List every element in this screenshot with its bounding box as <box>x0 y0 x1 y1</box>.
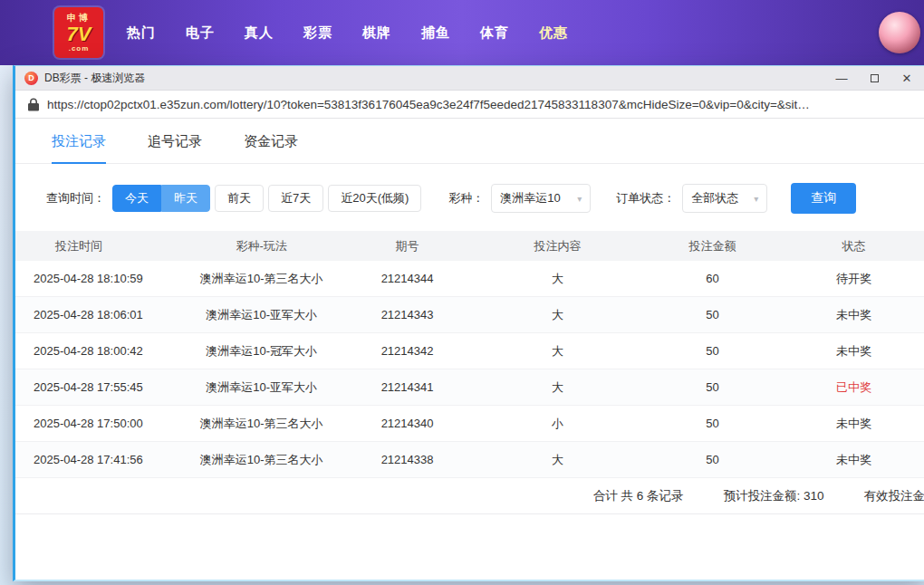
maximize-icon[interactable] <box>858 68 890 89</box>
cell-status: 未中奖 <box>781 452 924 468</box>
cell-game: 澳洲幸运10-第三名大小 <box>179 452 343 468</box>
col-header-issue: 期号 <box>343 238 471 254</box>
table-row: 2025-04-28 18:10:59 澳洲幸运10-第三名大小 2121434… <box>15 261 924 297</box>
table-row: 2025-04-28 17:50:00 澳洲幸运10-第三名大小 2121434… <box>15 406 924 442</box>
url-text: https://ctop02pctx01.e35zun.com/lottery/… <box>47 98 810 111</box>
cell-amount: 50 <box>644 417 781 430</box>
record-tabs: 投注记录 追号记录 资金记录 <box>15 119 924 164</box>
address-bar[interactable]: https://ctop02pctx01.e35zun.com/lottery/… <box>15 91 924 119</box>
status-filter-label: 订单状态： <box>616 190 675 206</box>
summary-expected: 预计投注金额: 310 <box>723 488 823 504</box>
nav-item-sports[interactable]: 体育 <box>480 24 509 42</box>
cell-game: 澳洲幸运10-第三名大小 <box>179 271 343 287</box>
col-header-amount: 投注金额 <box>644 238 781 254</box>
nav-item-fishing[interactable]: 捕鱼 <box>421 24 450 42</box>
brand-logo[interactable]: 申博 7V .com <box>54 7 103 58</box>
cell-issue: 21214344 <box>343 272 471 285</box>
table-row: 2025-04-28 18:06:01 澳洲幸运10-亚军大小 21214343… <box>15 297 924 333</box>
cell-content: 大 <box>471 271 644 287</box>
nav-item-live[interactable]: 真人 <box>245 24 274 42</box>
chevron-down-icon: ▾ <box>577 194 582 204</box>
cell-issue: 21214343 <box>343 308 471 321</box>
cell-time: 2025-04-28 17:41:56 <box>15 453 179 466</box>
browser-window: D DB彩票 - 极速浏览器 — ✕ https://ctop02pctx01.… <box>13 65 924 581</box>
cell-issue: 21214341 <box>343 380 471 394</box>
brand-logo-com: .com <box>69 45 90 53</box>
cell-amount: 50 <box>644 453 781 466</box>
close-icon[interactable]: ✕ <box>890 68 923 89</box>
nav-item-cards[interactable]: 棋牌 <box>362 24 391 42</box>
cell-time: 2025-04-28 18:00:42 <box>15 344 179 358</box>
lottery-filter-label: 彩种： <box>448 190 484 206</box>
filter-bar: 查询时间： 今天 昨天 前天 近7天 近20天(低频) 彩种： 澳洲幸运10 ▾… <box>15 164 924 231</box>
col-header-content: 投注内容 <box>471 238 644 254</box>
brand-logo-cn: 申博 <box>67 14 91 23</box>
search-button[interactable]: 查询 <box>791 183 856 214</box>
cell-status: 待开奖 <box>781 271 924 287</box>
cell-game: 澳洲幸运10-冠军大小 <box>179 343 343 360</box>
time-filter-20days[interactable]: 近20天(低频) <box>328 185 421 212</box>
time-filter-label: 查询时间： <box>46 190 105 206</box>
cell-issue: 21214342 <box>343 344 471 358</box>
summary-valid: 有效投注金 <box>864 488 924 504</box>
time-filter-7days[interactable]: 近7天 <box>268 185 323 212</box>
cell-game: 澳洲幸运10-亚军大小 <box>179 307 343 323</box>
cell-game: 澳洲幸运10-第三名大小 <box>179 416 343 432</box>
cell-content: 大 <box>471 343 644 360</box>
cell-game: 澳洲幸运10-亚军大小 <box>179 379 343 396</box>
summary-total: 合计 共 6 条记录 <box>593 488 684 504</box>
cell-content: 小 <box>471 416 644 432</box>
cell-amount: 50 <box>644 380 781 394</box>
tab-chase-records[interactable]: 追号记录 <box>148 133 202 163</box>
cell-time: 2025-04-28 18:06:01 <box>15 308 179 321</box>
col-header-time: 投注时间 <box>15 238 179 254</box>
bet-records-table: 投注时间 彩种-玩法 期号 投注内容 投注金额 状态 2025-04-28 18… <box>15 231 924 514</box>
nav-item-slots[interactable]: 电子 <box>186 24 215 42</box>
time-filter-yesterday[interactable]: 昨天 <box>161 185 210 212</box>
tab-fund-records[interactable]: 资金记录 <box>244 133 298 163</box>
cell-status: 未中奖 <box>781 343 924 360</box>
minimize-icon[interactable]: — <box>825 68 858 89</box>
lottery-select[interactable]: 澳洲幸运10 ▾ <box>491 184 591 213</box>
user-avatar[interactable] <box>879 12 920 53</box>
time-filter-daybefore[interactable]: 前天 <box>215 185 264 212</box>
table-body: 2025-04-28 18:10:59 澳洲幸运10-第三名大小 2121434… <box>15 261 924 478</box>
time-filter-today[interactable]: 今天 <box>112 185 161 212</box>
lottery-select-value: 澳洲幸运10 <box>500 190 560 206</box>
table-row: 2025-04-28 17:41:56 澳洲幸运10-第三名大小 2121433… <box>15 442 924 478</box>
window-title-bar: D DB彩票 - 极速浏览器 — ✕ <box>15 66 924 91</box>
brand-logo-main: 7V <box>67 24 91 44</box>
tab-bet-records[interactable]: 投注记录 <box>52 133 106 164</box>
table-summary-row: 合计 共 6 条记录 预计投注金额: 310 有效投注金 <box>15 478 924 514</box>
table-header-row: 投注时间 彩种-玩法 期号 投注内容 投注金额 状态 <box>15 231 924 261</box>
cell-amount: 60 <box>644 272 781 285</box>
order-status-select[interactable]: 全部状态 ▾ <box>682 184 767 213</box>
nav-item-promo[interactable]: 优惠 <box>539 24 568 42</box>
col-header-status: 状态 <box>781 238 924 254</box>
table-row: 2025-04-28 18:00:42 澳洲幸运10-冠军大小 21214342… <box>15 333 924 369</box>
nav-item-lottery[interactable]: 彩票 <box>303 24 332 42</box>
browser-app-icon: D <box>24 72 38 85</box>
site-top-nav: 申博 7V .com 热门 电子 真人 彩票 棋牌 捕鱼 体育 优惠 <box>0 0 924 65</box>
window-title: DB彩票 - 极速浏览器 <box>44 71 145 86</box>
cell-content: 大 <box>471 452 644 468</box>
col-header-game: 彩种-玩法 <box>179 238 343 254</box>
cell-time: 2025-04-28 17:50:00 <box>15 417 179 430</box>
cell-amount: 50 <box>644 308 781 321</box>
nav-item-hot[interactable]: 热门 <box>127 24 156 42</box>
lock-icon[interactable] <box>28 98 39 111</box>
chevron-down-icon: ▾ <box>754 194 758 204</box>
cell-amount: 50 <box>644 344 781 358</box>
cell-issue: 21214340 <box>343 417 471 430</box>
page-content: 投注记录 追号记录 资金记录 查询时间： 今天 昨天 前天 近7天 近20天(低… <box>15 119 924 580</box>
site-nav-items: 热门 电子 真人 彩票 棋牌 捕鱼 体育 优惠 <box>127 24 568 42</box>
cell-time: 2025-04-28 17:55:45 <box>15 380 179 394</box>
cell-status: 未中奖 <box>781 307 924 323</box>
cell-status: 未中奖 <box>781 416 924 432</box>
window-controls: — ✕ <box>825 68 923 89</box>
cell-status: 已中奖 <box>781 379 924 396</box>
table-row: 2025-04-28 17:55:45 澳洲幸运10-亚军大小 21214341… <box>15 369 924 406</box>
cell-content: 大 <box>471 379 644 396</box>
cell-issue: 21214338 <box>343 453 471 466</box>
cell-time: 2025-04-28 18:10:59 <box>15 272 179 285</box>
